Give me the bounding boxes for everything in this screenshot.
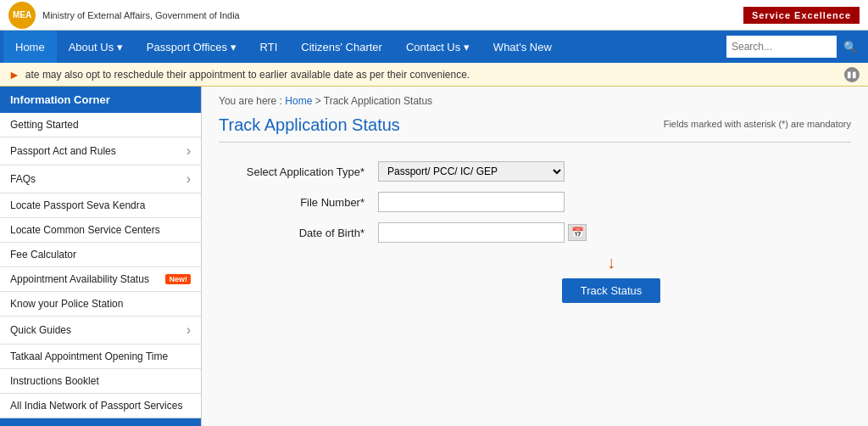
- sidebar-item-appointment-availability[interactable]: Appointment Availability Status New!: [0, 267, 201, 292]
- sidebar: Information Corner Getting Started Passp…: [0, 87, 202, 426]
- content-area: You are here : Home > Track Application …: [202, 87, 868, 426]
- breadcrumb-current: Track Application Status: [324, 95, 432, 107]
- sidebar-item-police-station[interactable]: Know your Police Station: [0, 292, 201, 317]
- ticker-arrow-icon: ►: [8, 68, 20, 81]
- ticker-bar: ► ate may also opt to reschedule their a…: [0, 63, 868, 87]
- sidebar-section-info-corner: Information Corner: [0, 87, 201, 113]
- nav-about-us[interactable]: About Us ▾: [57, 31, 135, 63]
- sidebar-section-forms: Forms and Affidavits: [0, 418, 201, 426]
- nav-contact-us[interactable]: Contact Us ▾: [394, 31, 481, 63]
- track-form: Select Application Type* Passport/ PCC/ …: [219, 156, 851, 313]
- sidebar-item-locate-psk[interactable]: Locate Passport Seva Kendra: [0, 193, 201, 218]
- nav-whats-new[interactable]: What's New: [481, 31, 564, 63]
- ticker-pause-button[interactable]: ▮▮: [844, 67, 860, 82]
- sidebar-item-locate-csc[interactable]: Locate Common Service Centers: [0, 218, 201, 243]
- file-number-input[interactable]: [378, 192, 565, 212]
- nav-passport-offices[interactable]: Passport Offices ▾: [135, 31, 248, 63]
- sidebar-item-ainps[interactable]: All India Network of Passport Services: [0, 394, 201, 418]
- file-number-label: File Number*: [219, 187, 371, 217]
- main-layout: Information Corner Getting Started Passp…: [0, 87, 868, 426]
- dob-wrapper: 📅: [378, 222, 844, 243]
- nav-home[interactable]: Home: [3, 31, 57, 63]
- mandatory-note: Fields marked with asterisk (*) are mand…: [664, 119, 851, 129]
- ticker-text: ate may also opt to reschedule their app…: [25, 69, 470, 81]
- breadcrumb-home-link[interactable]: Home: [285, 95, 312, 107]
- track-status-button[interactable]: Track Status: [562, 278, 660, 303]
- down-arrow-icon: ↓: [607, 253, 615, 272]
- form-row-app-type: Select Application Type* Passport/ PCC/ …: [219, 156, 851, 187]
- service-excellence-badge: Service Excellence: [743, 7, 860, 24]
- nav-rti[interactable]: RTI: [248, 31, 290, 63]
- sidebar-item-getting-started[interactable]: Getting Started: [0, 113, 201, 137]
- sidebar-item-instructions[interactable]: Instructions Booklet: [0, 369, 201, 394]
- sidebar-item-faqs[interactable]: FAQs: [0, 165, 201, 193]
- search-button[interactable]: 🔍: [837, 36, 865, 58]
- mea-logo: MEA: [8, 2, 36, 29]
- form-row-button: ↓ Track Status: [219, 248, 851, 313]
- top-bar: MEA Ministry of External Affairs, Govern…: [0, 0, 868, 31]
- sidebar-item-tatkaal[interactable]: Tatkaal Appointment Opening Time: [0, 345, 201, 369]
- track-btn-container: ↓ Track Status: [378, 253, 844, 308]
- sidebar-item-quick-guides[interactable]: Quick Guides: [0, 317, 201, 345]
- form-row-file-number: File Number*: [219, 187, 851, 217]
- calendar-icon[interactable]: 📅: [568, 224, 587, 241]
- dob-label: Date of Birth*: [219, 217, 371, 248]
- search-input[interactable]: [726, 36, 837, 58]
- sidebar-item-passport-act[interactable]: Passport Act and Rules: [0, 137, 201, 165]
- new-badge: New!: [165, 274, 191, 284]
- nav-bar: Home About Us ▾ Passport Offices ▾ RTI C…: [0, 31, 868, 63]
- sidebar-item-fee-calculator[interactable]: Fee Calculator: [0, 243, 201, 267]
- search-box: 🔍: [726, 36, 865, 58]
- breadcrumb: You are here : Home > Track Application …: [219, 95, 851, 107]
- app-type-select[interactable]: Passport/ PCC/ IC/ GEP Passport PCC IC G…: [378, 161, 565, 182]
- ministry-text: Ministry of External Affairs, Government…: [42, 10, 240, 20]
- app-type-label: Select Application Type*: [219, 156, 371, 187]
- form-row-dob: Date of Birth* 📅: [219, 217, 851, 248]
- nav-citizens-charter[interactable]: Citizens' Charter: [289, 31, 394, 63]
- logo-area: MEA Ministry of External Affairs, Govern…: [8, 2, 743, 29]
- dob-input[interactable]: [378, 222, 565, 243]
